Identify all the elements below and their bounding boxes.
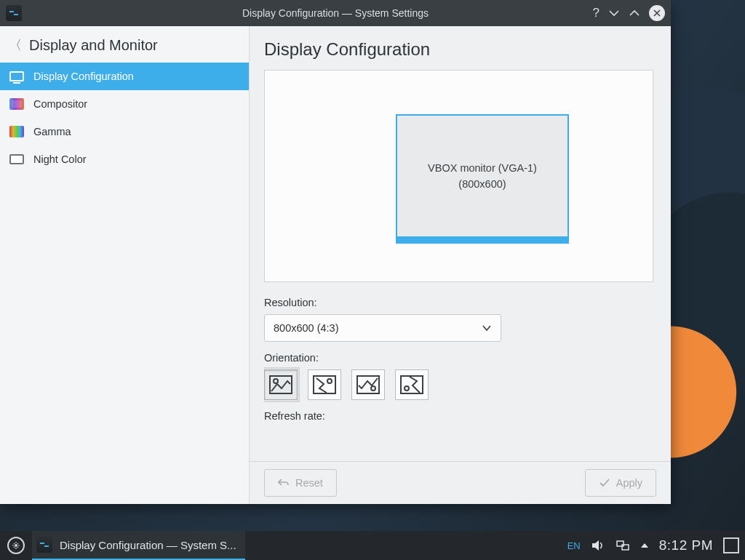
monitor-preview[interactable]: VBOX monitor (VGA-1) (800x600)	[396, 114, 569, 244]
close-button[interactable]	[649, 5, 665, 21]
sidebar-item-label: Night Color	[33, 153, 87, 165]
orientation-left-button[interactable]	[308, 369, 341, 400]
svg-rect-2	[270, 376, 292, 393]
reset-button-label: Reset	[295, 477, 323, 489]
refresh-rate-label: Refresh rate:	[264, 410, 653, 422]
svg-point-9	[405, 386, 409, 391]
chevron-left-icon: 〈	[9, 36, 22, 54]
orientation-right-button[interactable]	[395, 369, 429, 400]
svg-rect-11	[40, 543, 44, 544]
svg-point-10	[15, 544, 17, 547]
sidebar: 〈 Display and Monitor Display Configurat…	[0, 26, 250, 504]
sidebar-back-header[interactable]: 〈 Display and Monitor	[0, 26, 249, 63]
titlebar[interactable]: Display Configuration — System Settings …	[0, 0, 671, 26]
help-icon[interactable]: ?	[593, 6, 599, 20]
monitor-name: VBOX monitor (VGA-1)	[428, 162, 537, 174]
app-icon	[36, 537, 52, 553]
orientation-inverted-button[interactable]	[351, 369, 385, 400]
keyboard-layout-indicator[interactable]: EN	[567, 540, 581, 551]
svg-rect-6	[357, 376, 379, 393]
compositor-icon	[9, 96, 25, 112]
system-settings-window: Display Configuration — System Settings …	[0, 0, 671, 504]
main-panel: Display Configuration VBOX monitor (VGA-…	[250, 26, 671, 504]
kde-logo-icon	[7, 537, 25, 554]
window-title: Display Configuration — System Settings	[242, 7, 429, 19]
show-desktop-button[interactable]	[723, 537, 739, 553]
chevron-down-icon	[482, 324, 492, 332]
night-color-icon	[9, 151, 25, 167]
maximize-icon[interactable]	[629, 7, 640, 19]
resolution-label: Resolution:	[264, 297, 653, 308]
reset-button[interactable]: Reset	[264, 469, 337, 497]
sidebar-item-label: Gamma	[33, 126, 71, 137]
gamma-icon	[9, 124, 25, 140]
monitor-resolution: (800x600)	[458, 178, 506, 190]
sidebar-item-gamma[interactable]: Gamma	[0, 118, 249, 145]
sidebar-item-night-color[interactable]: Night Color	[0, 145, 249, 173]
taskbar-entry-system-settings[interactable]: Display Configuration — System S...	[32, 531, 245, 560]
svg-point-3	[274, 379, 278, 383]
taskbar-entry-label: Display Configuration — System S...	[60, 539, 236, 551]
apply-button[interactable]: Apply	[585, 469, 656, 497]
sidebar-header-label: Display and Monitor	[29, 37, 158, 54]
monitor-layout-canvas[interactable]: VBOX monitor (VGA-1) (800x600)	[264, 70, 653, 282]
svg-rect-12	[44, 545, 49, 547]
minimize-icon[interactable]	[608, 7, 620, 19]
check-icon	[599, 478, 610, 488]
app-icon	[6, 5, 22, 21]
application-launcher-button[interactable]	[0, 531, 32, 560]
volume-icon[interactable]	[591, 539, 605, 552]
page-title: Display Configuration	[264, 39, 653, 60]
resolution-value: 800x600 (4:3)	[274, 322, 338, 334]
apply-button-label: Apply	[616, 477, 642, 489]
tray-expand-icon[interactable]	[640, 542, 649, 549]
sidebar-item-compositor[interactable]: Compositor	[0, 90, 249, 118]
sidebar-item-label: Compositor	[33, 98, 87, 110]
sidebar-item-label: Display Configuration	[33, 71, 134, 82]
sidebar-item-display-configuration[interactable]: Display Configuration	[0, 63, 249, 90]
taskbar: Display Configuration — System S... EN 8…	[0, 531, 745, 560]
svg-rect-1	[14, 14, 18, 15]
orientation-label: Orientation:	[264, 352, 653, 364]
monitor-icon	[9, 68, 25, 84]
svg-point-7	[371, 386, 375, 391]
svg-rect-0	[9, 11, 14, 12]
resolution-select[interactable]: 800x600 (4:3)	[264, 314, 501, 342]
undo-icon	[278, 478, 290, 488]
clock[interactable]: 8:12 PM	[659, 537, 713, 553]
network-icon[interactable]	[615, 539, 630, 552]
svg-point-5	[327, 379, 332, 383]
orientation-normal-button[interactable]	[264, 369, 298, 400]
